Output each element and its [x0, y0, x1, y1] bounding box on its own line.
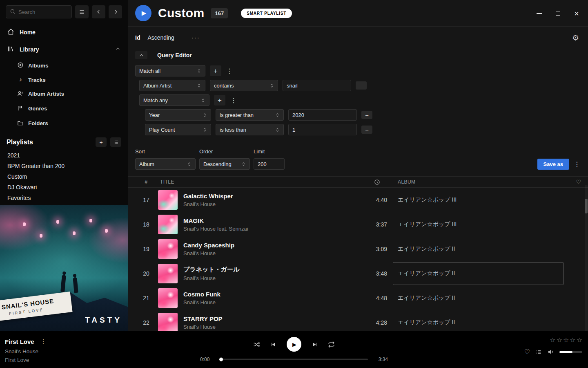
collapse-chevron-icon[interactable]	[115, 46, 120, 53]
track-album[interactable]: エイリアン☆ポップ II	[393, 262, 564, 285]
sort-select[interactable]: Album	[135, 158, 196, 170]
queue-button[interactable]	[535, 349, 542, 355]
duration-column-clock-icon[interactable]	[361, 179, 393, 185]
previous-track-button[interactable]	[270, 341, 276, 348]
scrollbar-thumb[interactable]	[585, 199, 588, 213]
star-icon[interactable]: ☆	[550, 336, 555, 344]
rule-operator-select[interactable]: is greater than	[216, 109, 284, 121]
sidebar-item-genres[interactable]: Genres	[0, 101, 128, 116]
playlist-item[interactable]: DJ Okawari	[7, 182, 121, 193]
playlist-item[interactable]: Favorites	[7, 193, 121, 203]
track-album[interactable]: エイリアン☆ポップ III	[393, 188, 564, 211]
track-duration: 4:48	[361, 295, 393, 301]
save-as-button[interactable]: Save as	[537, 159, 569, 170]
note-icon: ♪	[17, 77, 24, 83]
track-row[interactable]: 22 STARRY POP Snail's House 4:28 エイリアン☆ポ…	[134, 310, 588, 331]
rule-field-select[interactable]: Album Artist	[139, 80, 205, 91]
updown-icon	[241, 162, 246, 166]
next-track-button[interactable]	[312, 341, 318, 348]
shuffle-button[interactable]	[253, 341, 260, 348]
rule-field-select[interactable]: Play Count	[145, 124, 211, 135]
playlist-item[interactable]: 2021	[7, 150, 121, 161]
query-rule-row: Year is greater than –	[145, 109, 581, 121]
add-rule-button[interactable]: +	[210, 65, 221, 76]
favorite-column-heart-icon[interactable]: ♡	[569, 179, 588, 185]
track-row[interactable]: 19 Candy Spaceship Snail's House 3:09 エイ…	[134, 237, 588, 261]
track-menu-button[interactable]: ⋮	[40, 338, 47, 345]
rule-operator-select[interactable]: contains	[210, 80, 278, 91]
star-icon[interactable]: ☆	[563, 336, 569, 344]
group-menu-button[interactable]: ⋮	[226, 65, 233, 76]
group-menu-button[interactable]: ⋮	[230, 95, 237, 105]
seek-bar[interactable]	[220, 359, 368, 360]
repeat-button[interactable]	[328, 341, 335, 348]
nav-back-button[interactable]	[92, 5, 105, 18]
sidebar-item-library[interactable]: Library	[0, 41, 128, 58]
volume-slider[interactable]	[559, 351, 582, 353]
track-album[interactable]: エイリアン☆ポップ II	[393, 311, 564, 331]
star-icon[interactable]: ☆	[557, 336, 562, 344]
minimize-button[interactable]	[536, 10, 542, 17]
star-icon[interactable]: ☆	[577, 336, 582, 344]
search-box	[6, 5, 72, 18]
settings-gear-icon[interactable]: ⚙	[572, 33, 579, 43]
track-album[interactable]: エイリアン☆ポップ II	[393, 238, 564, 260]
track-row[interactable]: 17 Galactic Whisper Snail's House 4:40 エ…	[134, 188, 588, 212]
track-album[interactable]: エイリアン☆ポップ II	[393, 287, 564, 310]
menu-button[interactable]	[75, 5, 89, 18]
remove-rule-button[interactable]: –	[361, 126, 372, 134]
track-row[interactable]: 20 プラネット・ガール Snail's House 3:48 エイリアン☆ポッ…	[134, 261, 588, 286]
rule-value-input[interactable]	[283, 80, 351, 91]
query-editor-collapse-button[interactable]	[135, 51, 147, 59]
match-any-select[interactable]: Match any	[139, 94, 209, 106]
track-album[interactable]: エイリアン☆ポップ III	[393, 213, 564, 236]
sidebar-item-albums[interactable]: Albums	[0, 58, 128, 73]
search-input[interactable]	[18, 9, 68, 15]
track-artwork-cell	[158, 239, 183, 259]
smart-playlist-badge: SMART PLAYLIST	[241, 9, 292, 18]
maximize-button[interactable]	[555, 10, 561, 17]
sort-field-label[interactable]: Id	[135, 34, 140, 41]
rule-value-input[interactable]	[288, 124, 357, 135]
playlist-item[interactable]: Custom	[7, 171, 121, 182]
play-playlist-button[interactable]: ▶	[135, 5, 151, 21]
rule-field-select[interactable]: Year	[145, 109, 211, 121]
now-playing-artwork[interactable]: SNAIL'S HOUSE FIRST LOVE TASTY	[0, 205, 128, 331]
sidebar-item-tracks[interactable]: ♪ Tracks	[0, 73, 128, 87]
sidebar-item-album-artists[interactable]: Album Artists	[0, 87, 128, 102]
track-row[interactable]: 18 MAGIK Snail's House feat. Sennzai 3:3…	[134, 212, 588, 237]
sidebar-item-home[interactable]: Home	[0, 24, 128, 41]
limit-field-col: Limit	[254, 148, 285, 170]
favorite-heart-button[interactable]: ♡	[524, 348, 530, 356]
remove-rule-button[interactable]: –	[361, 111, 372, 119]
playlist-view-button[interactable]	[110, 137, 121, 147]
limit-input[interactable]	[254, 158, 285, 170]
rule-value-input[interactable]	[288, 109, 357, 121]
rule-operator-select[interactable]: is less than	[216, 124, 284, 135]
player-controls: ▶ 0:00 3:34	[200, 331, 388, 362]
nav-forward-button[interactable]	[109, 5, 122, 18]
save-group: Save as ⋮	[537, 159, 581, 170]
seek-knob[interactable]	[219, 358, 223, 361]
more-options-button[interactable]: ···	[192, 34, 200, 41]
column-title[interactable]: TITLE	[158, 179, 361, 185]
play-pause-button[interactable]: ▶	[287, 337, 301, 352]
track-list: 17 Galactic Whisper Snail's House 4:40 エ…	[128, 188, 588, 331]
match-all-select[interactable]: Match all	[135, 65, 205, 76]
column-album[interactable]: ALBUM	[393, 179, 569, 185]
sort-direction-label[interactable]: Ascending	[147, 34, 174, 41]
add-playlist-button[interactable]: +	[96, 137, 107, 147]
save-menu-button[interactable]: ⋮	[573, 159, 581, 170]
add-rule-button[interactable]: +	[214, 95, 225, 105]
remove-rule-button[interactable]: –	[356, 81, 367, 90]
close-button[interactable]: ×	[573, 10, 580, 17]
order-select[interactable]: Descending	[199, 158, 250, 170]
playlist-item[interactable]: BPM Greater than 200	[7, 161, 121, 171]
track-row[interactable]: 21 Cosmo Funk Snail's House 4:48 エイリアン☆ポ…	[134, 286, 588, 310]
star-icon[interactable]: ☆	[570, 336, 575, 344]
track-title: Galactic Whisper	[183, 193, 357, 200]
column-number[interactable]: #	[134, 179, 158, 185]
now-playing-artist: Snail's House	[5, 348, 127, 355]
volume-icon[interactable]	[547, 348, 554, 355]
sidebar-item-folders[interactable]: Folders	[0, 116, 128, 131]
